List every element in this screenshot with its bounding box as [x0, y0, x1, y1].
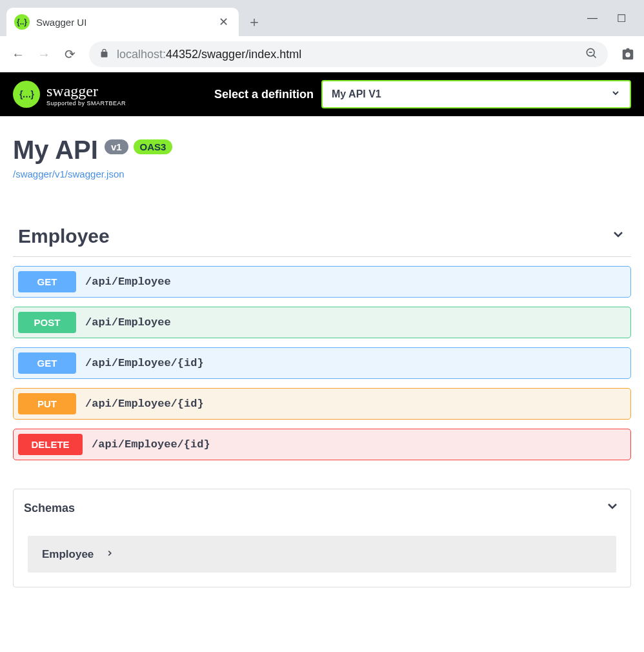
method-badge: PUT: [18, 393, 76, 414]
swagger-json-link[interactable]: /swagger/v1/swagger.json: [13, 168, 125, 179]
svg-point-3: [627, 53, 629, 56]
swagger-logo-text: swagger: [46, 83, 126, 100]
chevron-down-icon: [610, 227, 626, 246]
tab-title: Swagger UI: [36, 17, 210, 28]
oas-badge: OAS3: [134, 139, 173, 154]
tag-section: Employee GET/api/EmployeePOST/api/Employ…: [13, 225, 631, 460]
opblock-get[interactable]: GET/api/Employee: [13, 266, 631, 298]
method-badge: DELETE: [18, 434, 83, 455]
browser-chrome: {..} Swagger UI ✕ ＋ — ☐ ← → ⟳ localhost:…: [0, 0, 644, 72]
url-host: localhost:: [117, 48, 166, 61]
close-tab-icon[interactable]: ✕: [216, 15, 231, 29]
api-header: My API v1 OAS3: [13, 136, 631, 165]
swagger-logo-icon: {…}: [13, 81, 40, 108]
method-badge: GET: [18, 271, 76, 292]
opblock-put[interactable]: PUT/api/Employee/{id}: [13, 388, 631, 420]
swagger-logo-subtext: Supported by SMARTBEAR: [46, 100, 126, 107]
operation-path: /api/Employee: [85, 276, 171, 288]
maximize-icon[interactable]: ☐: [617, 12, 626, 25]
new-tab-button[interactable]: ＋: [244, 12, 265, 32]
operation-path: /api/Employee/{id}: [92, 438, 210, 451]
browser-tab[interactable]: {..} Swagger UI ✕: [6, 8, 239, 36]
schema-items: Employee: [14, 527, 630, 587]
browser-nav-bar: ← → ⟳ localhost:44352/swagger/index.html: [0, 36, 644, 72]
tag-title: Employee: [18, 225, 110, 247]
operation-path: /api/Employee/{id}: [85, 357, 204, 369]
tag-header[interactable]: Employee: [13, 225, 631, 257]
opblock-post[interactable]: POST/api/Employee: [13, 307, 631, 338]
definition-label: Select a definition: [214, 88, 314, 101]
address-bar[interactable]: localhost:44352/swagger/index.html: [89, 41, 608, 67]
schemas-section: Schemas Employee: [13, 489, 631, 587]
method-badge: GET: [18, 352, 76, 374]
profile-icon[interactable]: [621, 47, 635, 61]
minimize-icon[interactable]: —: [587, 12, 598, 25]
tab-bar: {..} Swagger UI ✕ ＋ — ☐: [0, 0, 644, 36]
version-badge: v1: [105, 139, 128, 154]
operation-path: /api/Employee/{id}: [85, 398, 204, 410]
main-content: My API v1 OAS3 /swagger/v1/swagger.json …: [0, 116, 644, 613]
swagger-favicon-icon: {..}: [14, 14, 30, 30]
lock-icon: [99, 48, 109, 60]
forward-icon[interactable]: →: [35, 45, 53, 63]
back-icon[interactable]: ←: [9, 45, 27, 63]
chevron-down-icon: [610, 88, 621, 101]
opblock-get[interactable]: GET/api/Employee/{id}: [13, 347, 631, 379]
chevron-down-icon: [605, 498, 620, 518]
method-badge: POST: [18, 312, 76, 333]
svg-line-2: [593, 55, 596, 57]
definition-select-value: My API V1: [332, 88, 381, 100]
operation-path: /api/Employee: [85, 316, 171, 329]
api-title: My API: [13, 136, 98, 165]
schemas-header[interactable]: Schemas: [14, 489, 630, 527]
swagger-topbar: {…} swagger Supported by SMARTBEAR Selec…: [0, 72, 644, 116]
schema-name: Employee: [42, 548, 94, 561]
url-text: localhost:44352/swagger/index.html: [117, 48, 577, 61]
schema-item[interactable]: Employee: [28, 536, 616, 573]
operations-list: GET/api/EmployeePOST/api/EmployeeGET/api…: [13, 266, 631, 460]
definition-select[interactable]: My API V1: [321, 80, 631, 108]
chevron-right-icon: [105, 547, 114, 561]
reload-icon[interactable]: ⟳: [61, 45, 79, 63]
opblock-delete[interactable]: DELETE/api/Employee/{id}: [13, 429, 631, 460]
swagger-logo[interactable]: {…} swagger Supported by SMARTBEAR: [13, 81, 126, 108]
url-path: 44352/swagger/index.html: [166, 48, 301, 61]
zoom-icon[interactable]: [585, 46, 598, 63]
schemas-title: Schemas: [24, 502, 75, 515]
window-controls: — ☐: [587, 12, 644, 36]
